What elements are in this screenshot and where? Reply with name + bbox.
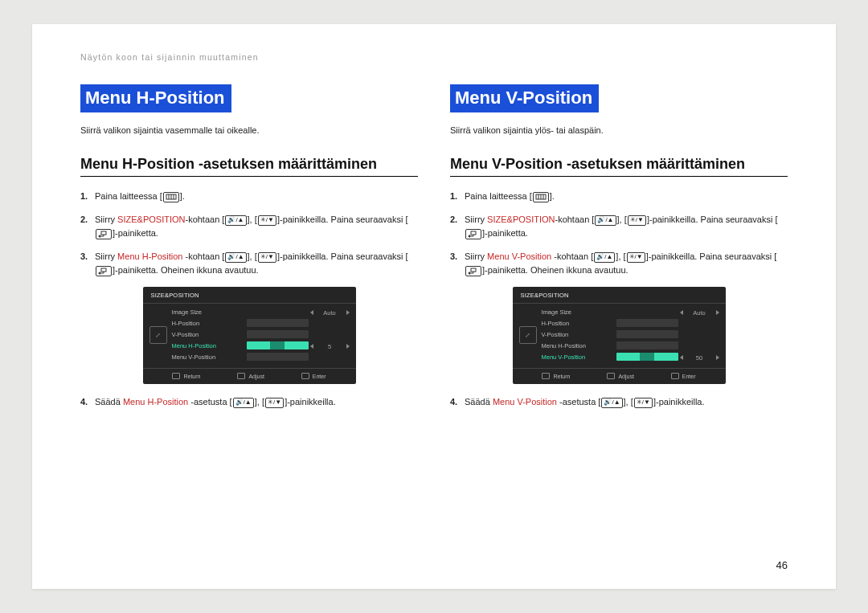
bright-down-icon: ✳/▼ (265, 398, 284, 408)
enter-icon (465, 266, 481, 276)
osd-rows-left: Image Size H-Position V-Position Menu H-… (172, 309, 309, 362)
steps-right: 1. Paina laitteessa []. 2. Siirry SIZE&P… (450, 190, 788, 277)
svg-marker-5 (98, 235, 100, 238)
osd-head: SIZE&POSITION (513, 287, 726, 304)
steps-left: 1. Paina laitteessa []. 2. Siirry SIZE&P… (80, 190, 418, 277)
steps-left-cont: 4. Säädä Menu H-Position -asetusta [🔊/▲]… (80, 395, 418, 409)
step-1: 1. Paina laitteessa []. (450, 190, 788, 203)
section-desc-right: Siirrä valikon sijaintia ylös- tai alasp… (450, 125, 788, 135)
osd-panel: SIZE&POSITION ⤢ Image Size H-Position V-… (513, 287, 726, 384)
svg-marker-13 (468, 235, 470, 238)
step-4: 4. Säädä Menu H-Position -asetusta [🔊/▲]… (80, 395, 418, 409)
manual-page: Näytön koon tai sijainnin muuttaminen Me… (32, 24, 836, 589)
menu-icon (163, 192, 179, 202)
vol-up-icon: 🔊/▲ (601, 398, 622, 408)
osd-side-icon: ⤢ (519, 326, 537, 344)
enter-icon (96, 229, 112, 239)
menu-icon (533, 192, 549, 202)
osd-side-icon: ⤢ (149, 326, 167, 344)
enter-icon (465, 229, 481, 239)
bright-down-icon: ✳/▼ (634, 398, 653, 408)
svg-marker-15 (468, 272, 470, 275)
bright-down-icon: ✳/▼ (258, 215, 276, 226)
svg-rect-6 (101, 268, 106, 272)
section-title-left: Menu H-Position (80, 84, 231, 112)
subsection-title-right: Menu V-Position -asetuksen määrittäminen (450, 156, 788, 177)
svg-rect-4 (101, 231, 106, 235)
step-4: 4. Säädä Menu V-Position -asetusta [🔊/▲]… (450, 395, 788, 409)
vol-up-icon: 🔊/▲ (595, 215, 616, 226)
steps-right-cont: 4. Säädä Menu V-Position -asetusta [🔊/▲]… (450, 395, 788, 409)
page-number: 46 (776, 559, 788, 571)
step-3: 3. Siirry Menu H-Position -kohtaan [🔊/▲]… (80, 250, 418, 277)
vol-up-icon: 🔊/▲ (225, 215, 246, 226)
svg-rect-14 (471, 268, 476, 272)
bright-down-icon: ✳/▼ (628, 215, 646, 226)
bright-down-icon: ✳/▼ (258, 252, 276, 263)
step-2: 2. Siirry SIZE&POSITION-kohtaan [🔊/▲], [… (450, 213, 788, 240)
vol-up-icon: 🔊/▲ (225, 252, 246, 263)
osd-foot: Return Adjust Enter (513, 368, 726, 379)
osd-screenshot-left: SIZE&POSITION ⤢ Image Size H-Position V-… (80, 287, 418, 384)
step-2: 2. Siirry SIZE&POSITION-kohtaan [🔊/▲], [… (80, 213, 418, 240)
osd-head: SIZE&POSITION (143, 287, 356, 304)
section-title-right: Menu V-Position (450, 84, 599, 112)
left-column: Menu H-Position Siirrä valikon sijaintia… (80, 84, 418, 569)
svg-rect-12 (471, 231, 476, 235)
enter-icon (96, 266, 112, 276)
osd-foot: Return Adjust Enter (143, 368, 356, 379)
page-header: Näytön koon tai sijainnin muuttaminen (80, 52, 788, 62)
vol-up-icon: 🔊/▲ (233, 398, 254, 408)
two-columns: Menu H-Position Siirrä valikon sijaintia… (80, 84, 788, 569)
bright-down-icon: ✳/▼ (627, 252, 645, 263)
osd-rows-right: Image Size H-Position V-Position Menu H-… (542, 309, 678, 362)
right-column: Menu V-Position Siirrä valikon sijaintia… (450, 84, 788, 569)
svg-marker-7 (98, 272, 100, 275)
section-desc-left: Siirrä valikon sijaintia vasemmalle tai … (80, 125, 418, 135)
vol-up-icon: 🔊/▲ (594, 252, 615, 263)
osd-panel: SIZE&POSITION ⤢ Image Size H-Position V-… (143, 287, 356, 384)
osd-screenshot-right: SIZE&POSITION ⤢ Image Size H-Position V-… (450, 287, 788, 384)
subsection-title-left: Menu H-Position -asetuksen määrittäminen (80, 156, 418, 177)
step-3: 3. Siirry Menu V-Position -kohtaan [🔊/▲]… (450, 250, 788, 277)
step-1: 1. Paina laitteessa []. (80, 190, 418, 203)
